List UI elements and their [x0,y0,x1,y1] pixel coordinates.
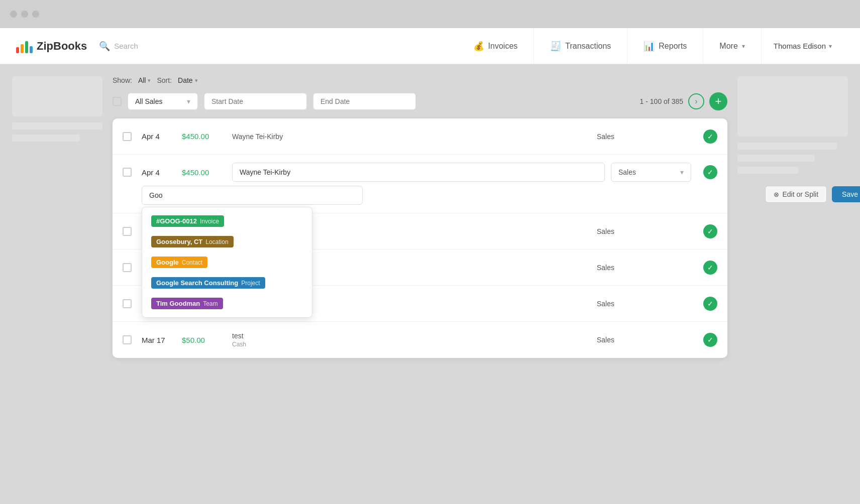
row-checkbox[interactable] [123,263,132,272]
add-button[interactable]: + [709,92,727,110]
row-checkbox[interactable] [123,227,132,236]
active-verified-icon: ✓ [703,165,717,179]
pagination-text: 1 - 100 of 385 [640,97,683,105]
active-table-row: Apr 4 $450.00 Sales ▾ ✓ [113,155,727,213]
category-chevron-icon: ▾ [680,168,684,176]
invoice-tag-label: #GOOG-0012 [156,217,197,225]
action-buttons: ⊗ Edit or Split Save [765,186,860,203]
user-chevron-icon: ▾ [829,43,832,50]
nav-item-more[interactable]: More ▾ [703,28,761,64]
active-row-amount: $450.00 [182,168,232,177]
reports-icon: 📊 [643,41,655,52]
close-button[interactable] [10,11,17,18]
next-page-icon: › [695,97,697,106]
result-location[interactable]: Goosebury, CT Location [147,233,307,250]
row-category: Sales [597,336,697,344]
search-input[interactable] [142,186,363,205]
nav-item-reports-label: Reports [659,42,687,51]
dropdown-chevron-icon: ▾ [187,97,190,105]
row-checkbox-active[interactable] [123,168,132,177]
sort-chevron-icon: ▾ [195,77,198,84]
show-select[interactable]: All ▾ [138,76,151,84]
row-date: Apr 4 [142,132,182,141]
nav-user[interactable]: Thomas Edison ▾ [762,42,844,50]
search-section: #GOOG-0012 Invoice Goosebury, CT Locatio… [142,186,717,205]
contact-tag-label: Google [156,259,179,266]
result-project[interactable]: Google Search Consulting Project [147,274,307,292]
table-row: Apr 4 $450.00 Wayne Tei-Kirby Sales ✓ [113,118,727,155]
search-area[interactable]: 🔍 Search [99,41,138,52]
all-sales-label: All Sales [135,97,162,105]
contact-tag-type: Contact [182,259,202,266]
result-invoice[interactable]: #GOOG-0012 Invoice [147,212,307,230]
row-checkbox[interactable] [123,335,132,344]
row-description: Wayne Tei-Kirby [232,133,597,141]
sidebar-right [737,76,848,492]
title-bar [0,0,860,28]
verified-icon: ✓ [703,261,717,275]
location-tag: Goosebury, CT Location [151,236,234,247]
nav-item-invoices[interactable]: 💰 Invoices [457,28,534,64]
logo-text: ZipBooks [37,40,87,53]
toolbar-row: All Sales ▾ 1 - 100 of 385 › + [113,92,727,110]
result-contact[interactable]: Google Contact [147,254,307,271]
logo-icon [16,39,33,53]
edit-split-label: Edit or Split [782,190,818,198]
row-date: Mar 17 [142,336,182,344]
project-tag-type: Project [241,280,260,287]
navbar: ZipBooks 🔍 Search 💰 Invoices 🧾 Transacti… [0,28,860,64]
edit-split-button[interactable]: ⊗ Edit or Split [765,186,827,203]
sort-label: Sort: [157,76,172,84]
contact-tag: Google Contact [151,257,207,268]
show-label: Show: [113,76,132,84]
result-team[interactable]: Tim Goodman Team [147,295,307,312]
next-page-button[interactable]: › [688,93,704,109]
nav-items: 💰 Invoices 🧾 Transactions 📊 Reports More… [457,28,762,64]
nav-item-transactions[interactable]: 🧾 Transactions [534,28,627,64]
team-tag-label: Tim Goodman [156,300,200,307]
row-amount: $450.00 [182,132,232,141]
center-content: Show: All ▾ Sort: Date ▾ All Sales ▾ 1 -… [113,76,727,492]
sidebar-left-line-1 [12,122,102,130]
add-icon: + [715,95,722,108]
sidebar-left-line-2 [12,135,80,142]
invoice-tag-type: Invoice [200,218,219,225]
sidebar-right-line-2 [737,155,815,162]
verified-icon: ✓ [703,333,717,347]
search-icon: 🔍 [99,41,110,52]
invoices-icon: 💰 [473,41,484,52]
start-date-input[interactable] [204,93,307,110]
sidebar-right-line-1 [737,143,837,150]
filters-row: Show: All ▾ Sort: Date ▾ [113,76,727,84]
logo[interactable]: ZipBooks [16,39,87,53]
sales-table: Apr 4 $450.00 Wayne Tei-Kirby Sales ✓ Ap… [113,118,727,358]
maximize-button[interactable] [32,11,39,18]
row-checkbox[interactable] [123,132,132,141]
save-button[interactable]: Save [832,186,860,202]
description-input[interactable] [232,163,605,182]
show-value: All [138,76,146,84]
row-status: ✓ [697,130,717,144]
minimize-button[interactable] [21,11,28,18]
edit-split-icon: ⊗ [774,191,779,198]
row-status: ✓ [697,224,717,238]
main-layout: Show: All ▾ Sort: Date ▾ All Sales ▾ 1 -… [0,64,860,504]
row-category: Sales [597,264,697,272]
project-tag: Google Search Consulting Project [151,277,265,289]
category-select[interactable]: Sales ▾ [611,163,691,182]
all-sales-dropdown[interactable]: All Sales ▾ [128,93,198,110]
nav-item-reports[interactable]: 📊 Reports [627,28,703,64]
row-status: ✓ [697,297,717,311]
user-name: Thomas Edison [774,42,826,50]
select-all-checkbox[interactable] [113,97,122,106]
sort-select[interactable]: Date ▾ [178,76,198,84]
sidebar-left-box [12,76,102,116]
row-status: ✓ [697,261,717,275]
row-category: Sales [597,133,697,141]
end-date-input[interactable] [313,93,416,110]
project-tag-label: Google Search Consulting [156,279,238,287]
row-checkbox[interactable] [123,299,132,308]
search-placeholder: Search [114,42,138,50]
team-tag: Tim Goodman Team [151,298,223,309]
sidebar-right-box [737,76,848,137]
